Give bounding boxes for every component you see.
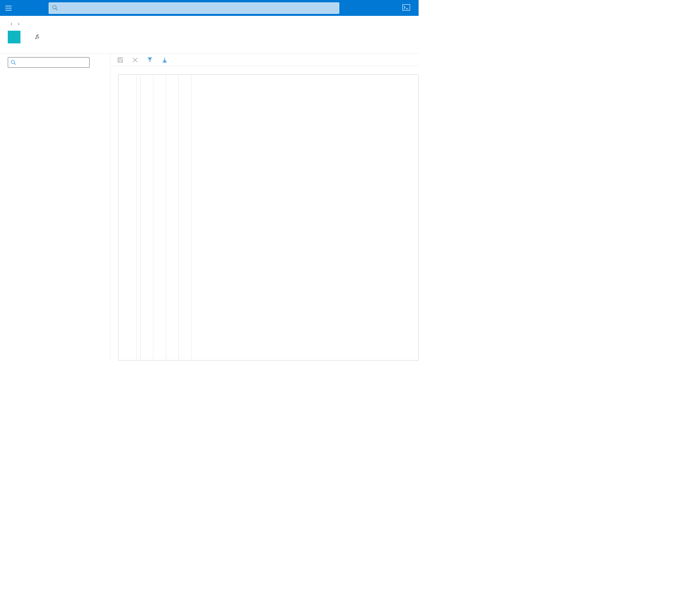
discard-icon xyxy=(132,57,138,63)
breadcrumb-sep: › xyxy=(11,21,12,26)
sidebar-search[interactable] xyxy=(8,57,90,68)
editor-code[interactable] xyxy=(137,75,418,360)
download-button[interactable] xyxy=(162,57,170,63)
breadcrumb: › › xyxy=(0,16,419,29)
editor-gutter xyxy=(118,75,137,360)
svg-line-1 xyxy=(56,8,58,10)
page-title-bar xyxy=(0,29,419,53)
info-text xyxy=(110,66,419,74)
svg-line-4 xyxy=(14,63,16,65)
search-icon xyxy=(11,60,16,65)
azure-topbar xyxy=(0,0,419,16)
global-search[interactable] xyxy=(49,2,339,14)
upload-button[interactable] xyxy=(147,57,156,63)
sidebar-search-input[interactable] xyxy=(18,60,86,65)
json-editor[interactable] xyxy=(118,74,419,361)
svg-rect-6 xyxy=(119,58,121,59)
svg-point-0 xyxy=(53,5,56,9)
pin-icon[interactable] xyxy=(34,34,40,41)
save-icon xyxy=(117,57,123,63)
breadcrumb-sep: › xyxy=(18,21,20,26)
save-button[interactable] xyxy=(117,57,126,63)
sidebar xyxy=(0,54,110,361)
search-icon xyxy=(52,5,58,12)
menu-icon[interactable] xyxy=(0,6,17,11)
manifest-resource-icon xyxy=(8,31,20,43)
upload-icon xyxy=(147,57,153,63)
svg-rect-7 xyxy=(119,60,122,62)
svg-rect-2 xyxy=(403,5,410,11)
content-area xyxy=(110,54,419,361)
cloud-shell-icon[interactable] xyxy=(402,4,410,12)
download-icon xyxy=(162,57,168,63)
discard-button[interactable] xyxy=(132,57,141,63)
toolbar xyxy=(110,54,419,66)
global-search-input[interactable] xyxy=(49,2,339,14)
svg-point-3 xyxy=(11,60,14,63)
